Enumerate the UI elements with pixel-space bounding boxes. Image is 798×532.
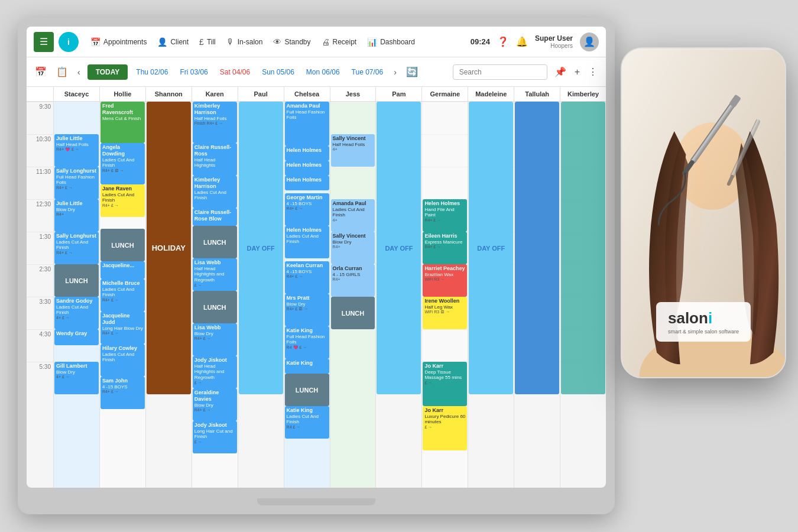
appt-tags: 4+ [333,147,374,151]
col-germaine: Helen Holmes Hand File And Paint R4+ £ →… [421,102,468,488]
staff-paul: Paul [238,87,284,101]
appt-block[interactable]: Fred Ravenscroft Mens Cut & Finish [100,102,145,143]
appt-block[interactable]: Jo Karr Deep Tissue Massage 55 mins £ → [423,362,467,406]
appt-block[interactable]: Gill Lambert Blow Dry 4+ £ → [54,362,99,394]
nav-client[interactable]: 👤 Client [157,37,189,47]
appt-block[interactable]: Eileen Harris Express Manicure R4+ £ → [423,232,467,264]
appt-tags: £ → [424,381,465,385]
appt-block[interactable]: Jacqueline... [100,261,145,279]
appt-tags: 4+ £ → [56,375,97,379]
appt-block[interactable]: Helen Holmes [285,176,329,190]
appt-block[interactable]: Harriet Peachey Brazilian Wax WiFi R3 → [423,264,467,297]
refresh-icon[interactable]: 🔄 [404,64,420,80]
appt-block[interactable]: Helen Holmes [285,161,329,176]
appt-client: Julie Little [56,200,97,207]
date-sat[interactable]: Sat 04/06 [216,66,254,79]
nav-standby[interactable]: 👁 Standby [273,37,310,47]
appt-block[interactable]: Julie Little Blow Dry R4+ [54,199,99,232]
appt-block[interactable]: Helen Holmes Ladies Cut And Finish [285,226,329,258]
appt-block[interactable]: Michelle Bruce Ladies Cut And Finish R4+… [100,279,145,312]
nav-receipt[interactable]: 🖨 Receipt [322,37,357,47]
plus-icon[interactable]: + [572,64,582,80]
appt-block[interactable]: Helen Holmes Hand File And Paint R4+ £ → [423,199,467,232]
appt-service: Ladies Cut And Finish [56,304,97,316]
appt-block[interactable]: Amanda Paul Ladies Cut And Finish 4+ [331,199,375,232]
appt-service: Half Head Highlights and Regrowth [194,364,235,381]
staff-tallulah: Tallulah [514,87,560,101]
date-fri[interactable]: Fri 03/06 [176,66,211,79]
nav-till[interactable]: £ Till [199,37,216,47]
date-sun[interactable]: Sun 05/06 [258,66,298,79]
next-arrow[interactable]: › [391,65,399,79]
nav-dashboard-label: Dashboard [380,38,415,46]
add-appointment-icon[interactable]: 📌 [552,64,569,80]
nav-insalon[interactable]: 🎙 In-salon [226,37,263,47]
appt-block[interactable]: Sam John 4 -15 BOYS R4+ £ → [100,377,145,409]
appt-block[interactable]: Julie Little Half Head Foils R4+ 💗 £ → [54,134,99,167]
appt-block[interactable]: Angela Dowding Ladies Cut And Finish R4+… [100,143,145,184]
appt-block[interactable]: Jane Raven Ladies Cut And Finish R4+ £ → [100,184,145,217]
appt-service: Half Head Foils [333,142,374,148]
appt-block[interactable]: Sandre Godoy Ladies Cut And Finish 4+ £ … [54,297,99,329]
appt-block[interactable]: Lisa Webb Half Head Highlights and Regro… [193,258,237,291]
appt-block[interactable]: Claire Russell-Ross Half Head Highlights [193,143,237,176]
notification-icon[interactable]: 🔔 [516,36,528,47]
nav-items: 📅 Appointments 👤 Client £ Till 🎙 In-salo… [90,37,471,47]
appt-block[interactable]: Jacqueline Judd Long Hair Blow Dry R4+ £… [100,312,145,344]
appt-client: Helen Holmes [287,147,327,154]
appt-block[interactable]: Sally Vincent Half Head Foils 4+ [331,134,375,167]
appt-block[interactable]: Kimberley Harrison Half Head Foils Finis… [193,102,237,143]
appt-tags: 4+ [333,218,374,222]
dayoff-overlay: DAY OFF [469,102,513,394]
appt-block[interactable]: Claire Russell-Rose Blow [193,208,237,226]
nav-appointments[interactable]: 📅 Appointments [90,37,147,47]
appt-service: Blow Dry [56,207,97,213]
slot [330,102,376,134]
appt-client: Michelle Bruce [102,280,143,287]
appt-block[interactable]: Katie King [285,359,329,374]
prev-arrow[interactable]: ‹ [75,65,83,79]
appt-block[interactable]: Hilary Cowley Ladies Cut And Finish [100,344,145,377]
appt-block[interactable]: Irene Woollen Half Leg Wax WiFi R3 🗓 → [423,297,467,329]
appt-block[interactable]: Geraldine Davies Blow Dry R4+ £ → [193,388,237,421]
appt-block[interactable]: Helen Holmes [285,146,329,161]
appt-client: Jo Karr [424,407,465,414]
appt-block[interactable]: Lisa Webb Blow Dry R4+ £ → [193,323,237,356]
appt-client: Geraldine Davies [194,390,235,403]
appt-tags: R4+ [333,277,374,281]
date-thu[interactable]: Thu 02/06 [132,66,171,79]
hamburger-button[interactable]: ☰ [34,32,54,52]
user-avatar: 👤 [580,33,599,51]
appt-block[interactable]: Jody Jiskoot Long Hair Cut and Finish £ … [193,421,237,453]
lunch-block: LUNCH [331,297,375,329]
list-view-icon[interactable]: 📋 [54,64,70,80]
appt-service: Ladies Cut And Finish [333,207,374,218]
appt-block[interactable]: Katie King Full Head Fashion Foils R4 💗 … [285,326,329,359]
appt-block[interactable]: Jody Jiskoot Half Head Highlights and Re… [193,356,237,388]
appt-block[interactable]: Jo Karr Luxury Pedicure 60 minutes £ → [423,406,467,450]
calendar-view-icon[interactable]: 📅 [33,64,49,80]
calendar-body: 9:30 10:30 11:30 12:30 1:30 2:30 3:30 4:… [27,102,606,488]
date-tue[interactable]: Tue 07/06 [348,66,387,79]
appt-tags: £ → [194,440,235,444]
appt-block[interactable]: Sally Longhurst Full Head Fashion Foils … [54,167,99,199]
appt-block[interactable]: Katie King Ladies Cut And Finish R4 £ → [285,406,329,439]
appt-block[interactable]: Keelan Curran 4 -15 BOYS R4+ £ → [285,261,329,294]
appt-block[interactable]: Amanda Paul Full Head Fashion Foils [285,102,329,146]
appt-block[interactable]: Orla Curran 4 - 15 GIRLS R4+ [331,264,375,297]
col-hollie: Fred Ravenscroft Mens Cut & Finish Angel… [99,102,145,488]
appt-tags: 4+ £ → [56,316,97,320]
appt-client: Gill Lambert [56,363,97,369]
appt-block[interactable]: Kimberley Harrison Ladies Cut And Finish [193,176,237,208]
appt-block[interactable]: Sally Vincent Blow Dry R4+ [331,232,375,264]
nav-dashboard[interactable]: 📊 Dashboard [367,37,415,47]
today-button[interactable]: TODAY [87,64,128,80]
appt-block[interactable]: Sally Longhurst Ladies Cut And Finish R4… [54,232,99,264]
appt-block[interactable]: Mrs Pratt Blow Dry R4+ £ 🗓 → [285,294,329,326]
appt-block[interactable]: George Martin 4 -15 BOYS R4+ £ → [285,193,329,226]
more-icon[interactable]: ⋮ [586,64,600,80]
help-icon[interactable]: ❓ [497,36,509,47]
date-mon[interactable]: Mon 06/06 [303,66,343,79]
search-input[interactable] [453,64,547,80]
appt-block[interactable]: Wendy Gray [54,329,99,345]
